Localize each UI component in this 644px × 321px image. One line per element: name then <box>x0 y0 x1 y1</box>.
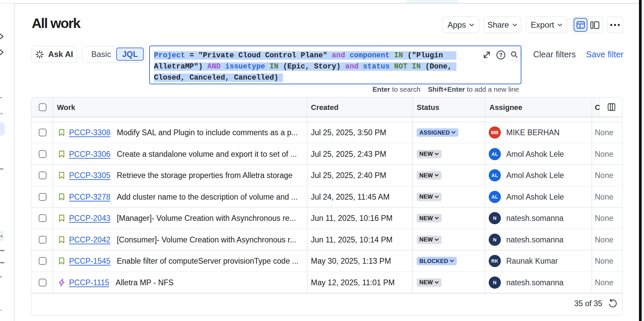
svg-text:?: ? <box>499 52 503 58</box>
